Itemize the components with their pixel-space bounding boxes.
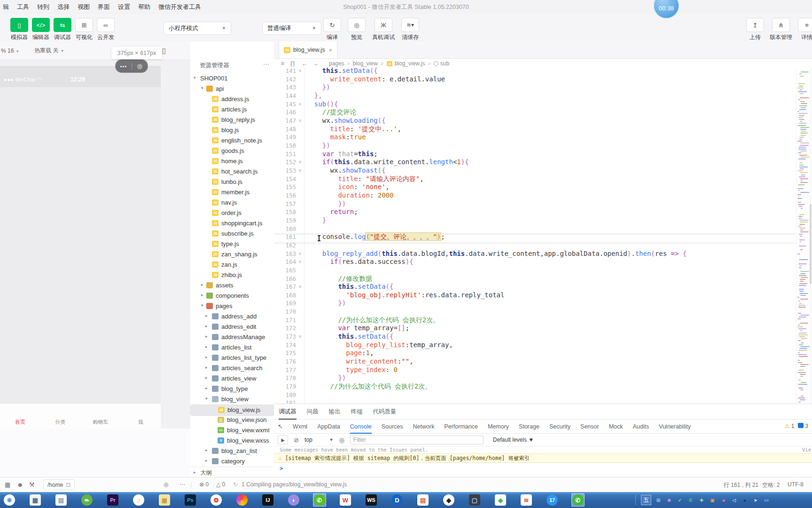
tray-window-icon[interactable]: ⊞ [655, 496, 662, 504]
tree-item-blog_view.wxss[interactable]: Sblog_view.wxss [190, 436, 274, 446]
console-sidebar-toggle-icon[interactable]: ▶ [278, 435, 288, 444]
devtools-tab-Sensor[interactable]: Sensor [580, 423, 599, 430]
code-line-143[interactable]: 143 }) [274, 83, 795, 92]
tree-item-blog_view[interactable]: ▾blog_view [190, 394, 274, 405]
simulator-device-icon[interactable]: ▯ [162, 47, 166, 55]
tree-item-blog_view.js[interactable]: JSblog_view.js [190, 405, 274, 416]
menu-item-界面[interactable]: 界面 [98, 3, 110, 11]
forward-arrow-icon[interactable]: → [313, 60, 319, 67]
debugger-tab-调试器[interactable]: 调试器 [279, 404, 297, 420]
code-line-150[interactable]: 150 }) [274, 142, 795, 150]
chevron-right-icon[interactable]: ▸ [205, 344, 208, 349]
tree-item-pages[interactable]: ▾pages [190, 301, 274, 311]
chevron-right-icon[interactable]: ▸ [205, 448, 208, 452]
keyboard-icon[interactable]: ▦ [5, 481, 10, 488]
taskbar-icon-calculator[interactable]: ▦ [29, 493, 42, 507]
compile-mode-select[interactable]: 普通编译 ▼ [262, 22, 321, 35]
fold-chevron-icon[interactable]: ∨ [299, 283, 301, 291]
chevron-down-icon[interactable]: ▾ [194, 75, 196, 80]
phone-tab-分类[interactable]: 分类 [40, 419, 81, 429]
tree-item-hot_search.js[interactable]: JShot_search.js [190, 167, 274, 177]
code-line-166[interactable]: 166 //修改数据 [274, 275, 795, 283]
tray-orange-icon[interactable]: ▣ [709, 496, 716, 504]
chevron-right-icon[interactable]: ▸ [205, 355, 208, 359]
code-line-153[interactable]: 153∨ wx.showToast({ [274, 167, 795, 175]
taskbar-icon-file-explorer[interactable]: ▣ [158, 493, 171, 507]
tree-item-goods.js[interactable]: JSgoods.js [190, 146, 274, 156]
action-上传[interactable]: ↥上传 [746, 18, 764, 41]
code-line-146[interactable]: 146 //提交评论 [274, 108, 795, 117]
taskbar-icon-green-leaf[interactable]: ❧ [80, 493, 94, 507]
tree-item-articles_view[interactable]: ▸articles_view [190, 373, 274, 384]
tools-icon[interactable]: ⚒ [29, 481, 35, 488]
copy-icon[interactable]: ⊡ [66, 482, 70, 488]
tray-grip[interactable] [635, 495, 638, 505]
tray-network-icon[interactable]: ▭ [763, 496, 770, 504]
taskbar-icon-notepad[interactable]: ▤ [55, 493, 68, 507]
chevron-right-icon[interactable]: ▸ [201, 282, 203, 287]
tree-item-member.js[interactable]: JSmember.js [190, 187, 274, 198]
ellipsis-icon[interactable]: ⋯ [180, 481, 185, 488]
code-line-148[interactable]: 148 title: '提交中...', [274, 125, 795, 134]
chevron-right-icon[interactable]: ▸ [205, 386, 208, 390]
fold-chevron-icon[interactable]: ∨ [299, 68, 301, 75]
devtools-tab-Mock[interactable]: Mock [609, 423, 623, 430]
code-line-154[interactable]: 154 title: "请输入评论内容", [274, 175, 795, 183]
tray-red-icon[interactable]: ◄ [719, 496, 727, 504]
tree-item-subscribe.js[interactable]: JSsubscribe.js [190, 229, 274, 239]
tree-item-lunbo.js[interactable]: JSlunbo.js [190, 177, 274, 187]
tree-item-assets[interactable]: ▸assets [190, 280, 274, 291]
menu-item-辑[interactable]: 辑 [3, 3, 9, 11]
taskbar-icon-browser[interactable]: ❋ [3, 493, 16, 507]
error-counter[interactable]: ⊗ 0 [199, 481, 209, 488]
code-line-179[interactable]: 179 //为什么加这个代码 会执行2次。 [274, 382, 795, 391]
taskbar-icon-firefox[interactable] [235, 493, 249, 507]
chevron-right-icon[interactable]: ▸ [205, 334, 208, 339]
tray-plus-icon[interactable]: ✚ [698, 496, 705, 504]
devtools-tab-Sources[interactable]: Sources [382, 423, 403, 430]
target-icon[interactable]: ◎ [164, 481, 168, 488]
tree-item-address_edit[interactable]: ▸address_edit [190, 322, 274, 332]
toolbar-toggle-模拟器[interactable]: ▯模拟器 [10, 18, 28, 41]
taskbar-icon-black-drop[interactable]: ◆ [442, 493, 455, 507]
toolbar-toggle-编辑器[interactable]: </>编辑器 [32, 18, 50, 41]
code-line-161[interactable]: 161 console.log("提交。评论。。。。"); [274, 233, 795, 241]
issue-counters[interactable]: ⚠ 1 3 [785, 423, 808, 429]
taskbar-icon-webstorm[interactable]: WS [365, 493, 378, 507]
chevron-right-icon[interactable]: ▸ [205, 375, 208, 380]
tray-dot-icon[interactable]: ● [741, 496, 749, 504]
log-levels-select[interactable]: Default levels ▼ [493, 437, 534, 443]
tree-item-addressManage[interactable]: ▸addressManage [190, 332, 274, 342]
chevron-down-icon[interactable]: ▾ [201, 86, 203, 90]
chevron-right-icon[interactable]: ▸ [205, 313, 208, 318]
action-版本管理[interactable]: ⋔版本管理 [770, 18, 792, 41]
console-prompt[interactable]: > [280, 465, 283, 472]
tree-item-articles_list_type[interactable]: ▸articles_list_type [190, 353, 274, 363]
fold-chevron-icon[interactable]: ∨ [299, 258, 301, 266]
view-link[interactable]: Vie [802, 446, 811, 453]
chevron-down-icon[interactable]: ▾ [205, 396, 208, 401]
action-编译[interactable]: ↻编译 [323, 18, 341, 41]
code-line-149[interactable]: 149 mask:true [274, 133, 795, 142]
editor-scrollbar[interactable] [809, 68, 812, 404]
code-line-177[interactable]: 177 type_index: 0 [274, 366, 795, 374]
list-icon[interactable]: ≡ [281, 60, 284, 67]
tree-item-category[interactable]: ▸category [190, 456, 274, 467]
chevron-right-icon[interactable]: ▸ [201, 293, 203, 297]
debugger-tab-终端[interactable]: 终端 [351, 408, 363, 416]
code-line-159[interactable]: 159 } [274, 216, 795, 225]
devtools-tab-Audits[interactable]: Audits [633, 423, 649, 430]
breadcrumb-item-pages[interactable]: pages [329, 60, 344, 67]
code-line-141[interactable]: 141∨ this.setData({ [274, 68, 795, 75]
hot-reload-toggle[interactable]: 热重载 关▼ [34, 47, 64, 55]
tray-pink-icon[interactable]: ❀ [665, 496, 673, 504]
code-line-147[interactable]: 147∨ wx.showLoading({ [274, 117, 795, 125]
code-line-173[interactable]: 173∨ this.setData({ [274, 333, 795, 341]
tree-item-nav.js[interactable]: JSnav.js [190, 198, 274, 208]
taskbar-icon-intellij-idea[interactable]: IJ [261, 493, 274, 507]
taskbar-icon-remote-desktop[interactable]: ▢ [468, 493, 481, 507]
encoding-setting[interactable]: UTF-8 [788, 481, 804, 488]
more-options-icon[interactable]: ⋯ [263, 61, 269, 68]
tray-shield-icon[interactable]: ✔ [676, 496, 684, 504]
devtools-tab-Vulnerability[interactable]: Vulnerability [659, 423, 691, 430]
